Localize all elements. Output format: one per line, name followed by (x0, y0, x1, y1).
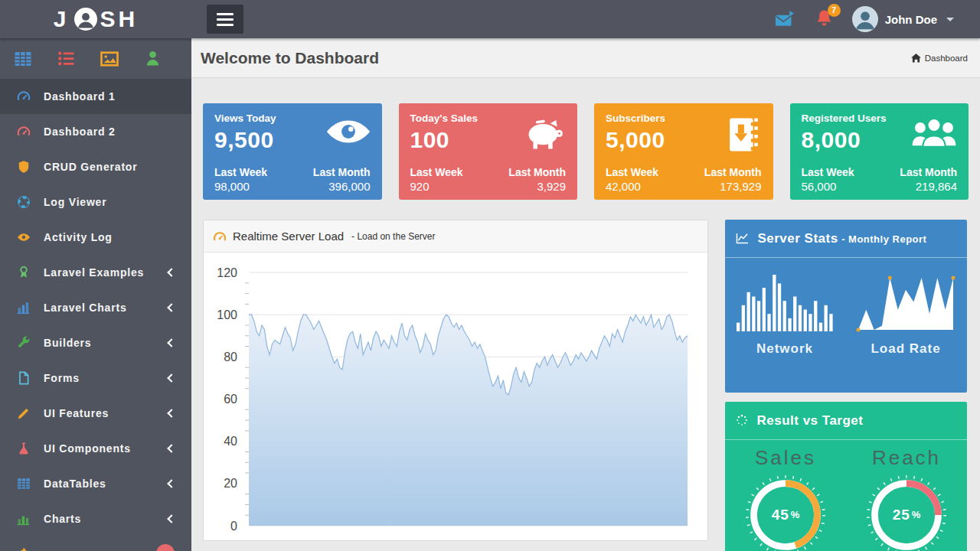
svg-text:20: 20 (224, 477, 237, 490)
chart-icon (17, 512, 31, 526)
server-load-chart: 020406080100120 (204, 253, 707, 543)
sidebar-item-activity-log[interactable]: Activity Log (0, 220, 191, 255)
load-rate-stat: Load Rate (855, 272, 956, 357)
wrench-icon (17, 336, 31, 350)
reach-knob: Reach 25% (849, 445, 964, 551)
gauge-icon (17, 90, 31, 103)
sidebar-item-charts[interactable]: Charts (0, 501, 191, 536)
notification-badge: 7 (828, 4, 841, 17)
user-name: John Doe (885, 13, 937, 26)
shield-icon (17, 160, 31, 174)
svg-text:0: 0 (230, 520, 237, 533)
app-logo[interactable]: J SH (0, 0, 191, 38)
main-content: Welcome to Dashboard Dashboard Views Tod… (191, 38, 980, 551)
chevron-left-icon (167, 338, 175, 347)
pencil-icon (17, 406, 31, 420)
sidebar-item-dashboard-2[interactable]: Dashboard 2 (0, 114, 191, 149)
eye-icon (17, 230, 31, 244)
logo-user-icon (74, 8, 97, 31)
sidebar-item-builders[interactable]: Builders (0, 325, 191, 360)
flask-icon (17, 442, 31, 455)
gauge-icon (213, 230, 227, 243)
chevron-left-icon (167, 373, 175, 382)
menu-badge (156, 544, 175, 551)
table-icon[interactable] (14, 50, 32, 68)
chevron-left-icon (167, 444, 175, 452)
svg-text:120: 120 (217, 266, 237, 279)
sidebar-quick-icons (0, 38, 191, 79)
messages-button[interactable] (775, 9, 796, 29)
breadcrumb[interactable]: Dashboard (911, 54, 968, 63)
chevron-left-icon (167, 514, 175, 523)
sidebar-item-ui-features[interactable]: UI Features (0, 396, 191, 431)
sidebar-item-dashboard-1[interactable]: Dashboard 1 (0, 79, 191, 114)
sidebar-toggle-button[interactable] (207, 5, 243, 34)
sidebar-item-crud-generator[interactable]: CRUD Generator (0, 149, 191, 184)
fire-icon (17, 546, 31, 551)
panel-title: Realtime Server Load (233, 230, 344, 243)
chevron-down-icon (946, 18, 954, 21)
line-chart-icon (736, 231, 749, 250)
network-stat: Network (736, 272, 834, 357)
todays-sales-card: Today's Sales 100 Last Week920 Last Mont… (399, 103, 578, 200)
sidebar-item-datatables[interactable]: DataTables (0, 466, 191, 501)
sales-knob: Sales 45% (728, 445, 843, 551)
page-title: Welcome to Dashboard (201, 49, 379, 67)
image-icon[interactable] (100, 50, 119, 68)
mail-icon (775, 9, 796, 29)
sidebar-item-ui-components[interactable]: UI Components (0, 431, 191, 466)
panel-subtitle: - Load on the Server (351, 231, 435, 242)
subscribers-card: Subscribers 5,000 Last Week42,000 Last M… (594, 103, 773, 200)
bar-chart-icon (17, 301, 31, 315)
app-root: J SH 7 (0, 0, 980, 551)
server-load-panel-header: Realtime Server Load - Load on the Serve… (204, 220, 707, 253)
stat-cards: Views Today 9,500 Last Week98,000 Last M… (203, 103, 969, 200)
breadcrumb-label: Dashboard (925, 54, 968, 63)
file-icon (17, 371, 31, 385)
piggy-bank-icon (522, 116, 567, 154)
sidebar-item-laravel-charts[interactable]: Laravel Charts (0, 290, 191, 325)
chevron-left-icon (167, 409, 175, 417)
network-label: Network (756, 341, 813, 357)
registered-users-card: Registered Users 8,000 Last Week56,000 L… (790, 103, 969, 200)
gauge-icon (17, 125, 31, 139)
logo-letter-j: J (54, 6, 70, 32)
svg-text:80: 80 (224, 350, 237, 364)
user-menu[interactable]: John Doe (852, 6, 954, 32)
sidebar-item-forms[interactable]: Forms (0, 360, 191, 396)
user-icon[interactable] (144, 50, 162, 68)
table-icon (17, 477, 31, 491)
sidebar: Dashboard 1 Dashboard 2 CRUD Generator L… (0, 38, 191, 551)
sidebar-item-log-viewer[interactable]: Log Viewer (0, 184, 191, 220)
sidebar-item-partial[interactable] (0, 536, 191, 551)
eye-icon (325, 116, 371, 151)
server-load-panel: Realtime Server Load - Load on the Serve… (203, 220, 708, 541)
sidebar-menu: Dashboard 1 Dashboard 2 CRUD Generator L… (0, 79, 191, 551)
logo-letters-sh: SH (100, 6, 139, 32)
avatar (852, 6, 878, 32)
chevron-left-icon (167, 303, 175, 311)
topbar: J SH 7 (0, 0, 980, 38)
server-stats-panel: Server Stats - Monthly Report Network Lo… (725, 220, 967, 393)
page-header: Welcome to Dashboard Dashboard (191, 38, 980, 78)
life-ring-icon (17, 195, 31, 209)
users-icon (910, 116, 958, 152)
list-icon[interactable] (57, 50, 76, 68)
chevron-left-icon (167, 479, 175, 487)
svg-text:40: 40 (224, 435, 237, 448)
chevron-left-icon (167, 268, 175, 276)
svg-text:60: 60 (224, 393, 237, 406)
award-icon (17, 266, 31, 279)
server-stats-header: Server Stats - Monthly Report (725, 220, 967, 258)
svg-text:100: 100 (217, 308, 237, 321)
spinner-dots-icon (736, 413, 748, 432)
network-sparkline (736, 272, 834, 333)
load-rate-sparkline (855, 272, 956, 333)
result-header: Result vs Target (725, 402, 967, 440)
home-icon (911, 54, 921, 63)
download-book-icon (724, 116, 763, 157)
notifications-button[interactable]: 7 (815, 9, 834, 30)
sidebar-item-laravel-examples[interactable]: Laravel Examples (0, 255, 191, 290)
views-today-card: Views Today 9,500 Last Week98,000 Last M… (203, 103, 382, 200)
result-vs-target-panel: Result vs Target Sales 45% (725, 402, 967, 551)
